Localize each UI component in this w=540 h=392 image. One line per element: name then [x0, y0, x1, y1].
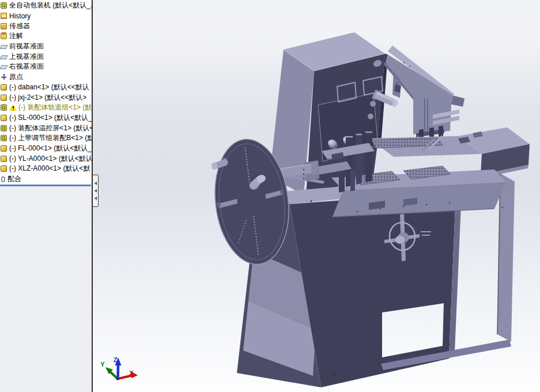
- sensors-icon: [1, 23, 7, 29]
- panel-resize-tab[interactable]: [93, 175, 99, 207]
- panel-lower-area: [0, 186, 92, 392]
- tree-item-label: (-) jxj-2<1> (默认<<默认>: [9, 93, 86, 103]
- collapse-arrow-icon: [95, 197, 97, 200]
- assembly-icon: [1, 2, 7, 9]
- history-icon: [1, 13, 7, 19]
- collapse-arrow-icon: [95, 189, 97, 193]
- tree-item-label: (-) SL-000<1> (默认<默认_: [9, 113, 92, 123]
- tree-item-label: 全自动包装机 (默认<默认_显: [9, 1, 92, 10]
- triad-y-label: Y: [100, 361, 105, 368]
- tree-item[interactable]: (-) 装配体温控屏<1> (默认<: [0, 123, 92, 133]
- tree-item-label: 前视基准面: [9, 42, 44, 51]
- tree-item-label: (-) 上带调节组装配B<1> (默: [9, 133, 92, 143]
- plane-icon: [0, 65, 8, 69]
- tree-item-label: 上视基准面: [9, 52, 44, 62]
- tree-item[interactable]: (-) daban<1> (默认<<默认: [0, 82, 92, 93]
- tree-item[interactable]: (-) 上带调节组装配B<1> (默: [0, 133, 92, 144]
- tree-item[interactable]: 配合: [0, 174, 92, 184]
- annotations-icon: [1, 33, 7, 39]
- assembly-icon: [1, 125, 7, 131]
- tree-item-label: (-) daban<1> (默认<<默认: [9, 82, 89, 92]
- origin-icon: [1, 74, 7, 80]
- tree-item-label: (-) YL-A000<1> (默认<默认: [9, 154, 92, 164]
- component-icon: [1, 115, 7, 121]
- tree-item[interactable]: (-) SL-000<1> (默认<默认_: [0, 113, 92, 123]
- tree-item[interactable]: 全自动包装机 (默认<默认_显: [0, 1, 92, 11]
- tree-item-label: 原点: [9, 72, 23, 82]
- tree-item-label: 注解: [9, 31, 23, 41]
- component-icon: [1, 156, 7, 162]
- mates-icon: [1, 176, 5, 182]
- component-icon: [1, 84, 7, 91]
- tree-item[interactable]: 原点: [0, 72, 92, 82]
- collapse-arrow-icon: [95, 182, 97, 185]
- assembly-icon: [1, 135, 7, 141]
- tree-item-label: 传感器: [9, 21, 30, 31]
- tree-item[interactable]: (-) YL-A000<1> (默认<默认: [0, 153, 92, 164]
- tree-item-label: (-) FL-000<1> (默认<默认_: [9, 144, 92, 153]
- tree-item-label: 配合: [7, 174, 21, 184]
- tree-item-label: (-) 装配体温控屏<1> (默认<: [9, 123, 92, 133]
- feature-tree: 全自动包装机 (默认<默认_显 History 传感器 注解 前视基准面 上视基…: [0, 0, 92, 184]
- tree-item[interactable]: History: [0, 11, 92, 21]
- tree-item-label: (-) XLZ-A000<1> (默认<默: [9, 164, 90, 174]
- component-icon: [1, 95, 7, 101]
- tree-item[interactable]: (-) 装配体轨道组<1> (默: [0, 103, 92, 113]
- component-icon: [1, 165, 7, 172]
- warning-icon: [9, 104, 17, 111]
- tree-item-label: 右视基准面: [9, 62, 44, 71]
- tree-item[interactable]: 右视基准面: [0, 62, 92, 72]
- triad-z-label: Z: [114, 356, 118, 363]
- tree-item[interactable]: (-) jxj-2<1> (默认<<默认>: [0, 92, 92, 103]
- tree-item[interactable]: (-) XLZ-A000<1> (默认<默: [0, 164, 92, 174]
- tree-item[interactable]: 上视基准面: [0, 51, 92, 62]
- tree-item[interactable]: 注解: [0, 31, 92, 42]
- component-icon: [1, 145, 7, 152]
- plane-icon: [0, 55, 8, 59]
- feature-manager-panel: 全自动包装机 (默认<默认_显 History 传感器 注解 前视基准面 上视基…: [0, 0, 93, 392]
- assembly-icon: [1, 104, 7, 111]
- plane-icon: [0, 45, 8, 49]
- triad-x-label: X: [129, 370, 134, 376]
- tree-item-label: (-) 装配体轨道组<1> (默: [18, 103, 92, 112]
- tree-item[interactable]: 前视基准面: [0, 42, 92, 52]
- tree-item[interactable]: (-) FL-000<1> (默认<默认_: [0, 144, 92, 154]
- tree-item[interactable]: 传感器: [0, 21, 92, 31]
- tree-item-label: History: [9, 12, 31, 20]
